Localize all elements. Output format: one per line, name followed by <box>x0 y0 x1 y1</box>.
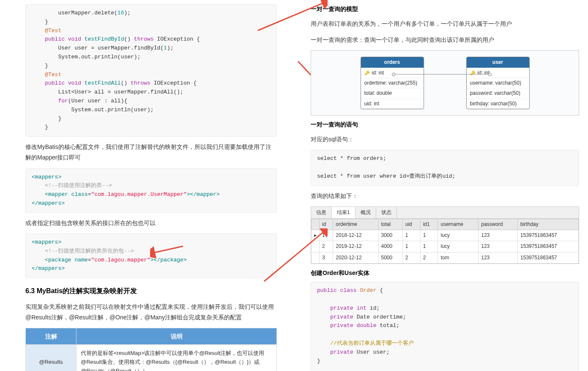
results-row: ▸ 1 2018-12-12 3000 1 1 lucy 123 1539751… <box>312 230 579 241</box>
user-table-box: user 🔑id: int username: varchar(50) pass… <box>466 57 530 109</box>
db-title: user <box>467 57 529 68</box>
key-icon: 🔑 <box>364 70 369 77</box>
page-container: userMapper.delete(16); } @Test public vo… <box>0 0 588 371</box>
tab-status[interactable]: 状态 <box>376 207 397 218</box>
relation-line <box>394 74 490 75</box>
annotations-table: 注解 说明 @Results 代替的是标签<resultMap>该注解中可以使用… <box>25 328 277 371</box>
key-icon: 🔑 <box>470 70 475 77</box>
paragraph: 查询的结果如下： <box>311 191 579 201</box>
paragraph: 或者指定扫描包含映射关系的接口所在的包也可以 <box>25 218 277 228</box>
table-header: 注解 <box>26 328 77 345</box>
db-title: orders <box>361 57 424 68</box>
paragraph: 一对一查询的需求：查询一个订单，与此同时查询出该订单所属的用户 <box>311 35 579 45</box>
annotation-desc: 代替的是标签<resultMap>该注解中可以使用单个@Result注解，也可以… <box>77 345 277 371</box>
table-header: 说明 <box>77 328 277 345</box>
code-block-xml-mappers: <mappers> <!--扫描使用注解的类--> <mapper class=… <box>25 168 277 213</box>
er-diagram: orders 🔑id: int ordertime: varchar(255) … <box>311 50 579 115</box>
section-heading: 6.3 MyBatis的注解实现复杂映射开发 <box>25 286 277 297</box>
code-block-sql: select * from orders; select * from user… <box>311 150 579 185</box>
annotation-name: @Results <box>26 345 77 371</box>
table-row: @Results 代替的是标签<resultMap>该注解中可以使用单个@Res… <box>26 345 277 371</box>
results-table: id ordertime total uid id1 username pass… <box>311 219 579 264</box>
code-block-java-entities: public class Order { private int id; pri… <box>311 282 579 371</box>
code-block-java-tests: userMapper.delete(16); } @Test public vo… <box>25 4 277 137</box>
subheading: 一对一查询的语句 <box>311 120 579 129</box>
code-block-xml-package: <mappers> <!--扫描使用注解的类所在的包--> <package n… <box>25 234 277 278</box>
query-results-panel: 信息 结果1 概况 状态 id ordertime total uid id1 … <box>311 206 579 264</box>
right-column: 一对一查询的模型 用户表和订单表的关系为，一个用户有多个订单，一个订单只从属于一… <box>294 0 588 371</box>
results-header: id ordertime total uid id1 username pass… <box>312 219 579 230</box>
subheading: 一对一查询的模型 <box>311 4 579 14</box>
results-row: 2 2019-12-12 4000 1 1 lucy 123 153975186… <box>312 241 579 252</box>
paragraph: 修改MyBatis的核心配置文件，我们使用了注解替代的映射文件，所以我们只需要加… <box>25 142 277 163</box>
paragraph: 对应的sql语句： <box>311 134 579 145</box>
subheading: 创建Order和User实体 <box>311 268 579 278</box>
tab-summary[interactable]: 概况 <box>356 207 376 218</box>
paragraph: 实现复杂关系映射之前我们可以在映射文件中通过配置来实现，使用注解开发后，我们可以… <box>25 302 277 323</box>
orders-table-box: orders 🔑id: int ordertime: varchar(255) … <box>361 57 424 109</box>
tab-result1[interactable]: 结果1 <box>332 207 356 218</box>
paragraph: 用户表和订单表的关系为，一个用户有多个订单，一个订单只从属于一个用户 <box>311 19 579 29</box>
results-row: 3 2020-12-12 5000 2 2 tom 123 1539751863… <box>312 252 579 263</box>
results-tabs: 信息 结果1 概况 状态 <box>311 207 579 219</box>
table-header-row: 注解 说明 <box>26 328 277 345</box>
tab-info[interactable]: 信息 <box>311 207 332 218</box>
left-column: userMapper.delete(16); } @Test public vo… <box>0 0 294 371</box>
